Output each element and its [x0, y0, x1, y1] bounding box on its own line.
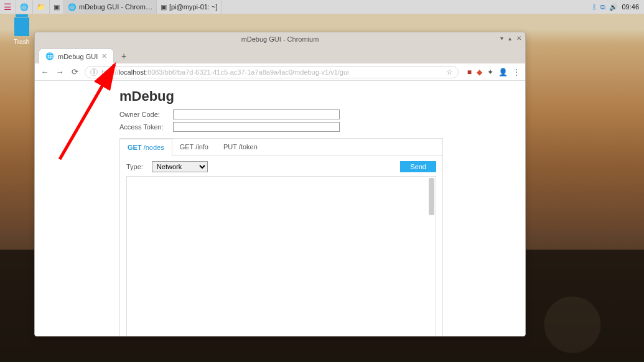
page-viewport: mDebug Owner Code: Access Token: GET /no… [35, 81, 525, 336]
taskbar-app-terminal[interactable]: ▣ [pi@mypi-01: ~] [157, 0, 222, 14]
page-title: mDebug [119, 88, 443, 104]
globe-icon: 🌐 [68, 3, 77, 11]
taskbar-launcher-terminal[interactable]: ▣ [50, 0, 64, 14]
taskbar-menu[interactable]: ☰ [0, 0, 16, 14]
owner-code-input[interactable] [173, 109, 340, 119]
tab-verb: GET [180, 143, 195, 151]
info-icon[interactable]: i [90, 68, 98, 76]
omnibox[interactable]: i http:// localhost :8083/bb6fba7d-6321-… [85, 66, 459, 78]
raspberry-icon: ☰ [4, 2, 12, 12]
type-select[interactable]: Network [152, 161, 208, 172]
tab-verb: GET [128, 144, 144, 151]
response-output[interactable] [126, 176, 436, 336]
desktop-trash-label: Trash [14, 39, 29, 45]
chromium-window: mDebug GUI - Chromium ▾ ▴ ✕ 🌐 mDebug GUI… [34, 32, 526, 336]
type-label: Type: [126, 163, 143, 170]
browser-tabstrip: 🌐 mDebug GUI ✕ + [35, 46, 525, 63]
browser-toolbar: ← → ⟳ i http:// localhost :8083/bb6fba7d… [35, 63, 525, 81]
folder-icon: 📁 [37, 3, 45, 11]
browser-tab[interactable]: 🌐 mDebug GUI ✕ [39, 49, 114, 63]
bluetooth-icon[interactable]: ᛒ [592, 3, 597, 11]
nav-forward-button[interactable]: → [55, 67, 65, 77]
wifi-icon[interactable]: ⧉ [600, 3, 605, 11]
vertical-scrollbar[interactable] [429, 178, 434, 215]
profile-avatar-icon[interactable]: 👤 [498, 68, 508, 77]
extension-icon[interactable]: ■ [467, 68, 472, 77]
nav-reload-button[interactable]: ⟳ [70, 67, 80, 77]
desktop-trash[interactable]: Trash [14, 17, 29, 45]
globe-icon: 🌐 [20, 3, 29, 11]
access-token-label: Access Token: [119, 123, 169, 131]
tab-get-info[interactable]: GET /info [172, 139, 216, 155]
tab-verb: PUT [223, 143, 239, 151]
toolbar-extensions: ■ ◆ ✦ 👤 ⋮ [464, 68, 520, 77]
taskbar-app-label: mDebug GUI - Chrom… [79, 3, 152, 11]
window-close-button[interactable]: ✕ [516, 35, 521, 42]
window-titlebar[interactable]: mDebug GUI - Chromium ▾ ▴ ✕ [35, 32, 525, 46]
access-token-input[interactable] [173, 122, 340, 132]
tab-path: /info [195, 143, 208, 151]
extensions-menu-icon[interactable]: ✦ [487, 68, 493, 77]
send-button[interactable]: Send [400, 161, 436, 172]
browser-tab-label: mDebug GUI [58, 53, 98, 60]
url-protocol: http:// [101, 68, 119, 76]
taskbar-app-label: [pi@mypi-01: ~] [169, 3, 218, 11]
taskbar-app-chromium[interactable]: 🌐 mDebug GUI - Chrom… [64, 0, 157, 14]
volume-icon[interactable]: 🔊 [609, 3, 618, 11]
taskbar-launcher-web[interactable]: 🌐 [16, 0, 33, 14]
os-taskbar: ☰ 🌐 📁 ▣ 🌐 mDebug GUI - Chrom… ▣ [pi@mypi… [0, 0, 644, 14]
tab-path: /token [239, 143, 258, 151]
nav-back-button[interactable]: ← [40, 67, 50, 77]
trash-icon [14, 17, 29, 36]
terminal-icon: ▣ [54, 3, 60, 11]
browser-menu-icon[interactable]: ⋮ [513, 68, 520, 77]
window-minimize-button[interactable]: ▾ [500, 35, 503, 42]
tab-close-button[interactable]: ✕ [101, 52, 107, 60]
taskbar-launcher-files[interactable]: 📁 [33, 0, 50, 14]
extension-icon[interactable]: ◆ [477, 68, 482, 77]
globe-icon: 🌐 [45, 52, 54, 60]
url-host: localhost [119, 68, 146, 76]
tab-get-nodes[interactable]: GET /nodes [120, 139, 172, 156]
tab-put-token[interactable]: PUT /token [216, 139, 265, 155]
api-tabs: GET /nodes GET /info PUT /token [120, 139, 442, 156]
owner-code-label: Owner Code: [119, 111, 169, 118]
url-path: :8083/bb6fba7d-6321-41c5-ac37-1a7a8a9a4a… [146, 68, 349, 76]
window-maximize-button[interactable]: ▴ [508, 35, 511, 42]
tab-path: /nodes [144, 144, 164, 151]
bookmark-star-icon[interactable]: ☆ [446, 68, 453, 77]
terminal-icon: ▣ [161, 3, 167, 11]
window-title: mDebug GUI - Chromium [241, 35, 319, 43]
clock[interactable]: 09:46 [622, 3, 639, 11]
new-tab-button[interactable]: + [116, 49, 131, 63]
